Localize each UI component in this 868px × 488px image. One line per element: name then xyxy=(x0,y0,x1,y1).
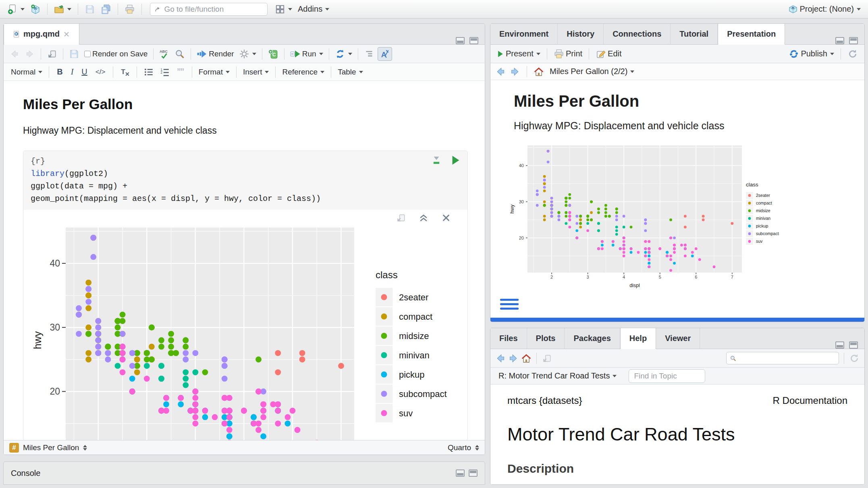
minimize-pane-icon[interactable] xyxy=(456,469,465,477)
render-options-button[interactable] xyxy=(237,48,258,60)
help-refresh-icon[interactable] xyxy=(849,353,860,364)
find-in-topic-input[interactable] xyxy=(629,369,705,383)
rerun-button[interactable] xyxy=(333,48,354,60)
maximize-pane-icon[interactable] xyxy=(469,37,478,44)
minimize-pane-icon[interactable] xyxy=(835,37,844,44)
render-button[interactable]: Render xyxy=(195,48,235,60)
print-presentation-button[interactable]: Print xyxy=(552,48,584,60)
paragraph-style-select[interactable]: Normal xyxy=(9,66,44,78)
code-chunk-editor[interactable]: {r} library(ggplot2)ggplot(data = mpg) +… xyxy=(23,151,467,210)
minimize-pane-icon[interactable] xyxy=(456,37,465,44)
editor-tab-mpg-qmd[interactable]: mpg.qmd xyxy=(4,23,79,45)
help-home-icon[interactable] xyxy=(521,353,532,364)
popout-plot-icon[interactable] xyxy=(396,213,406,223)
popout-help-icon[interactable] xyxy=(542,353,552,364)
run-button[interactable]: Run xyxy=(289,48,325,60)
open-file-button[interactable] xyxy=(52,3,73,16)
insert-chunk-button[interactable]: C xyxy=(266,48,280,60)
find-replace-button[interactable] xyxy=(173,48,187,60)
section-selector-icon[interactable] xyxy=(83,445,87,451)
outline-toggle-button[interactable] xyxy=(362,48,376,60)
format-menu[interactable]: Format xyxy=(197,66,231,78)
home-icon[interactable] xyxy=(534,66,544,77)
slide-selector[interactable]: Miles Per Gallon (2/2) xyxy=(548,66,636,77)
save-button[interactable] xyxy=(83,3,97,16)
save-all-button[interactable] xyxy=(99,3,113,16)
tab-files[interactable]: Files xyxy=(490,328,527,349)
clear-formatting-button[interactable]: T xyxy=(118,66,132,79)
tab-help[interactable]: Help xyxy=(620,328,656,349)
tab-history[interactable]: History xyxy=(558,23,604,44)
slide-menu-icon[interactable] xyxy=(500,299,519,310)
italic-button[interactable]: I xyxy=(68,67,77,77)
nav-forward-icon[interactable] xyxy=(510,66,520,77)
popout-window-button[interactable] xyxy=(45,48,59,60)
blockquote-button[interactable]: ”” xyxy=(174,70,187,74)
collapse-output-icon[interactable] xyxy=(418,213,429,223)
popout-icon xyxy=(47,49,57,59)
publish-icon xyxy=(789,49,799,59)
print-button[interactable] xyxy=(123,3,137,16)
console-pane-header[interactable]: Console xyxy=(3,461,485,485)
bold-button[interactable]: B xyxy=(54,67,65,77)
svg-text:hwy: hwy xyxy=(32,331,43,349)
new-file-button[interactable] xyxy=(6,3,26,16)
goto-file-search[interactable] xyxy=(150,3,268,16)
edit-presentation-button[interactable]: Edit xyxy=(594,48,623,60)
render-on-save-checkbox[interactable] xyxy=(84,51,91,57)
render-on-save-toggle[interactable]: Render on Save xyxy=(83,48,149,60)
tab-connections[interactable]: Connections xyxy=(604,23,671,44)
refresh-presentation-button[interactable] xyxy=(846,48,860,60)
back-button[interactable] xyxy=(8,48,21,60)
present-button[interactable]: Present xyxy=(495,48,542,60)
maximize-pane-icon[interactable] xyxy=(849,341,858,349)
spellcheck-button[interactable]: ABC xyxy=(158,48,171,60)
workspace: mpg.qmd Render on Save ABC xyxy=(0,19,868,488)
minimize-pane-icon[interactable] xyxy=(835,341,844,349)
svg-text:4: 4 xyxy=(623,275,625,279)
nav-back-icon[interactable] xyxy=(495,66,506,77)
chevron-down-icon xyxy=(67,8,71,10)
help-forward-icon[interactable] xyxy=(508,353,519,364)
new-file-icon xyxy=(7,4,18,14)
visual-editor-canvas[interactable]: Miles Per Gallon Highway MPG: Displaceme… xyxy=(4,81,485,440)
close-icon[interactable] xyxy=(63,31,70,38)
run-chunk-icon[interactable] xyxy=(451,155,461,165)
code-button[interactable]: </> xyxy=(93,68,108,76)
bullet-list-button[interactable] xyxy=(142,66,156,79)
help-search-box[interactable] xyxy=(726,352,839,364)
project-menu[interactable]: R Project: (None) xyxy=(786,3,863,16)
visual-editor-toggle[interactable]: A xyxy=(378,47,392,61)
insert-menu[interactable]: Insert xyxy=(241,66,271,78)
doc-heading[interactable]: Miles Per Gallon xyxy=(23,96,485,112)
run-chunks-above-icon[interactable] xyxy=(431,155,442,165)
clear-output-icon[interactable] xyxy=(441,213,451,223)
help-back-icon[interactable] xyxy=(495,353,506,364)
addins-menu[interactable]: Addins xyxy=(296,3,331,15)
chunk-code-lines[interactable]: library(ggplot2)ggplot(data = mpg) + geo… xyxy=(31,167,460,205)
tab-presentation[interactable]: Presentation xyxy=(718,23,785,45)
new-project-button[interactable]: R xyxy=(29,3,42,16)
publish-button[interactable]: Publish xyxy=(787,48,836,60)
save-doc-button[interactable] xyxy=(67,48,81,60)
status-section-label[interactable]: Miles Per Gallon xyxy=(23,443,79,452)
maximize-pane-icon[interactable] xyxy=(849,37,858,44)
reference-menu[interactable]: Reference xyxy=(280,66,326,78)
help-search-input[interactable] xyxy=(739,354,835,362)
doc-format-label[interactable]: Quarto xyxy=(448,443,471,452)
workspace-panes-button[interactable] xyxy=(273,3,294,16)
goto-file-input[interactable] xyxy=(164,5,263,14)
underline-button[interactable]: U xyxy=(79,67,90,77)
topic-selector[interactable]: R: Motor Trend Car Road Tests xyxy=(497,370,618,382)
tab-environment[interactable]: Environment xyxy=(490,23,558,44)
doc-paragraph[interactable]: Highway MPG: Displacement and vehicle cl… xyxy=(23,125,485,136)
tab-plots[interactable]: Plots xyxy=(527,328,565,349)
maximize-pane-icon[interactable] xyxy=(469,469,478,477)
format-selector-icon[interactable] xyxy=(475,445,479,451)
tab-packages[interactable]: Packages xyxy=(565,328,620,349)
tab-tutorial[interactable]: Tutorial xyxy=(671,23,718,44)
numbered-list-button[interactable]: 12 xyxy=(158,66,172,79)
tab-viewer[interactable]: Viewer xyxy=(656,328,700,349)
table-menu[interactable]: Table xyxy=(336,66,364,78)
forward-button[interactable] xyxy=(23,48,37,60)
